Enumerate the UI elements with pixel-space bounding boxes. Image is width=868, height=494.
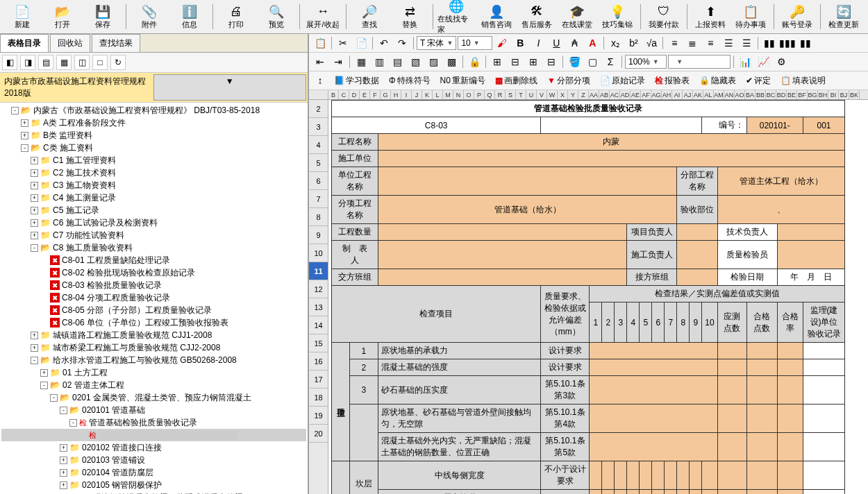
bold-button[interactable]: B	[512, 35, 528, 51]
value-qty[interactable]	[378, 224, 627, 241]
indent-dec-icon[interactable]: ⇤	[312, 54, 328, 69]
tree-node[interactable]: -检管道基础检验批质量验收记录	[1, 416, 306, 429]
row-6[interactable]: 6	[309, 172, 328, 190]
action-填表说明[interactable]: 📋填表说明	[776, 75, 830, 87]
del-row-icon[interactable]: ⊟	[507, 54, 524, 69]
tree-node[interactable]: -📂020101 管道基础	[1, 404, 306, 416]
tree-node[interactable]: +📁B类 监理资料	[1, 129, 306, 142]
value-item-project[interactable]: 管道基础（给水）	[378, 196, 677, 224]
align-center-icon[interactable]: ≣	[684, 35, 701, 51]
toolbar-在线找专家[interactable]: 🌐在线找专家	[437, 1, 476, 32]
value-pm[interactable]	[677, 224, 717, 241]
tree-node[interactable]: -📂内蒙古《市政基础设施工程资料管理规程》 DBJ/T03-85-2018	[1, 104, 306, 117]
toolbar-我要付款[interactable]: 🛡我要付款	[644, 1, 683, 32]
row-5[interactable]: 5	[309, 154, 328, 172]
toolbar-打印[interactable]: 🖨打印	[217, 1, 256, 32]
action-学习数据[interactable]: 📘学习数据	[330, 75, 383, 87]
fill-icon[interactable]: 🪣	[566, 54, 583, 69]
tree-node[interactable]: +📁C3 施工物资资料	[1, 179, 306, 191]
row-9[interactable]: 9	[309, 226, 328, 244]
tab-查找结果[interactable]: 查找结果	[92, 34, 140, 52]
align-right-icon[interactable]: ≡	[702, 35, 719, 51]
action-隐藏表[interactable]: 🔒隐藏表	[695, 75, 740, 87]
lock-icon[interactable]: 🔒	[466, 54, 483, 69]
cut-icon[interactable]: ✂	[335, 35, 351, 51]
tree-node[interactable]: +📁020103 管道铺设	[1, 454, 306, 466]
blank-select[interactable]: ▼	[668, 55, 731, 69]
toolbar-检查更新[interactable]: 🔄检查更新	[824, 1, 863, 32]
spreadsheet[interactable]: 管道基础检验批质量验收记录 C8-03 编号： 020101- 001 工程名称…	[328, 100, 868, 494]
toolbar-预览[interactable]: 🔍预览	[257, 1, 296, 32]
toolbar-账号登录[interactable]: 🔑账号登录	[778, 1, 817, 32]
tree-node[interactable]: +📁020104 管道防腐层	[1, 466, 306, 479]
chart-icon[interactable]: 📈	[755, 54, 771, 69]
calc-icon[interactable]: 📊	[737, 54, 753, 69]
toolbar-展开/收起[interactable]: ↔展开/收起	[303, 1, 342, 32]
tree-node[interactable]: -📂02 管道主体工程	[1, 379, 306, 391]
value-unit-project[interactable]	[378, 167, 677, 196]
tree-node[interactable]: ✖C8-01 工程质量缺陷处理记录	[1, 254, 306, 266]
action-原始记录[interactable]: 📄原始记录	[596, 75, 649, 87]
tree-node[interactable]: +📁C4 施工测量记录	[1, 191, 306, 204]
tree-node[interactable]: ✖C8-05 分部（子分部）工程质量验收记录	[1, 304, 306, 316]
val-m2[interactable]	[590, 359, 717, 376]
val-g1[interactable]	[590, 404, 717, 433]
subscript-icon[interactable]: x₂	[607, 35, 624, 51]
row-15[interactable]: 15	[309, 334, 328, 352]
val-m1[interactable]	[590, 343, 717, 359]
ins-col-icon[interactable]: ⊞	[525, 54, 542, 69]
tab-回收站[interactable]: 回收站	[50, 34, 90, 52]
tree-node[interactable]: ✖C8-04 分项工程质量验收记录	[1, 291, 306, 304]
action-画删除线[interactable]: ▦画删除线	[491, 75, 542, 87]
tree-tool-btn[interactable]: ▤	[38, 55, 53, 70]
tree-node[interactable]: +📁C6 施工试验记录及检测资料	[1, 216, 306, 229]
toolbar-售后服务[interactable]: 🛠售后服务	[517, 1, 556, 32]
grid6-icon[interactable]: ▩	[443, 54, 460, 69]
toolbar-打开[interactable]: 📂打开	[43, 1, 82, 32]
value-accept-part[interactable]: 、	[717, 196, 844, 224]
toolbar-在线课堂[interactable]: 🎓在线课堂	[558, 1, 596, 32]
row-18[interactable]: 18	[309, 389, 328, 407]
font-color-icon[interactable]: 🖌	[494, 35, 510, 51]
row-3[interactable]: 3	[309, 118, 328, 136]
grid3-icon[interactable]: ▤	[389, 54, 406, 69]
row-4[interactable]: 4	[309, 136, 328, 154]
tree-node[interactable]: +📁C1 施工管理资料	[1, 154, 306, 167]
action-分部分项[interactable]: ▼分部分项	[543, 75, 594, 87]
tree-node[interactable]: -📂C类 施工资料	[1, 142, 306, 154]
toolbar-销售咨询[interactable]: 👤销售咨询	[477, 1, 516, 32]
ins-row-icon[interactable]: ⊞	[489, 54, 506, 69]
row-7[interactable]: 7	[309, 190, 328, 208]
action-特殊符号[interactable]: Φ特殊符号	[385, 75, 435, 87]
gear-icon[interactable]: ⚙	[773, 54, 790, 69]
value-date[interactable]: 年 月 日	[778, 269, 845, 286]
superscript-icon[interactable]: b²	[625, 35, 642, 51]
doc-number-1[interactable]: 020101-	[746, 117, 803, 134]
font-size-select[interactable]: 10▼	[458, 36, 492, 50]
row-20[interactable]: 20	[309, 425, 328, 443]
tree-tool-btn[interactable]: ↻	[110, 55, 126, 70]
row-8[interactable]: 8	[309, 208, 328, 226]
value-construction-unit[interactable]	[378, 151, 844, 167]
toolbar-信息[interactable]: ℹ️信息	[170, 1, 209, 32]
action-重新编号[interactable]: N0重新编号	[436, 75, 490, 87]
doc-number-2[interactable]: 001	[803, 117, 845, 134]
value-tech[interactable]	[778, 224, 845, 241]
tree-node[interactable]: -📂C8 施工质量验收资料	[1, 241, 306, 254]
row-11[interactable]: 11	[309, 262, 328, 280]
row-14[interactable]: 14	[309, 316, 328, 334]
tree-node[interactable]: -📂0201 金属类管、混凝土类管、预应力钢筒混凝土	[1, 391, 306, 404]
tree-node[interactable]: +📁020105 钢管阴极保护	[1, 479, 306, 491]
row-13[interactable]: 13	[309, 298, 328, 316]
value-recv[interactable]	[677, 269, 717, 286]
tree-tool-btn[interactable]: □	[92, 55, 108, 70]
value-sm[interactable]	[677, 241, 717, 269]
toolbar-待办事项[interactable]: 📋待办事项	[731, 1, 770, 32]
redo-icon[interactable]: ↷	[394, 35, 410, 51]
toolbar-附件[interactable]: 📎附件	[130, 1, 169, 32]
toolbar-技巧集锦[interactable]: 💡技巧集锦	[598, 1, 637, 32]
value-maker[interactable]	[378, 241, 627, 269]
toolbar-替换[interactable]: ⇄替换	[390, 1, 429, 32]
tree-node[interactable]: +📁01 土方工程	[1, 366, 306, 379]
action-评定[interactable]: ✔评定	[742, 75, 775, 87]
